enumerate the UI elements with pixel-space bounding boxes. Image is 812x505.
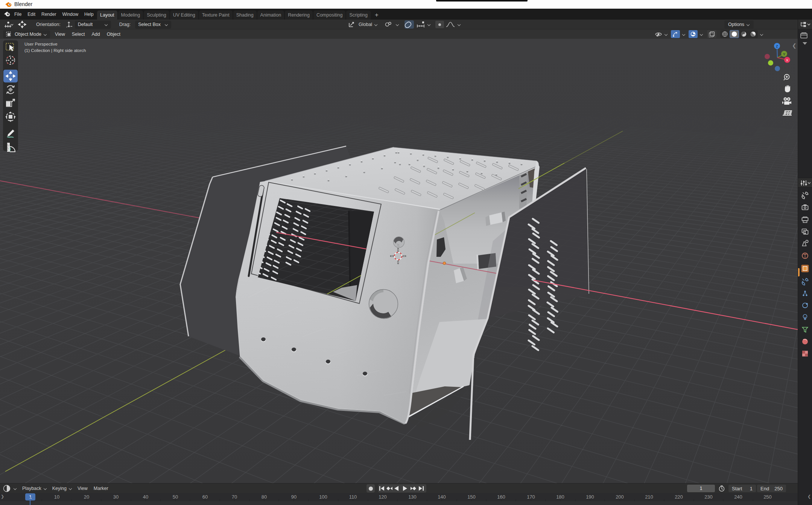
svg-text:20: 20 [84,494,89,500]
svg-text:10: 10 [54,494,59,500]
svg-text:250: 250 [763,494,772,500]
svg-text:140: 140 [438,494,446,500]
svg-text:80: 80 [262,494,267,500]
svg-text:130: 130 [408,494,417,500]
svg-text:X: X [786,58,789,62]
svg-text:210: 210 [645,494,653,500]
svg-text:Y: Y [783,52,786,56]
svg-text:30: 30 [113,494,119,500]
svg-text:90: 90 [291,494,297,500]
svg-text:50: 50 [173,494,178,500]
svg-text:110: 110 [349,494,357,500]
svg-text:160: 160 [497,494,505,500]
svg-text:Z: Z [776,44,778,48]
svg-text:100: 100 [319,494,327,500]
svg-text:40: 40 [143,494,148,500]
svg-text:220: 220 [675,494,683,500]
svg-text:120: 120 [379,494,387,500]
svg-text:240: 240 [734,494,742,500]
svg-text:180: 180 [556,494,564,500]
svg-text:190: 190 [586,494,594,500]
svg-text:170: 170 [527,494,535,500]
svg-text:70: 70 [232,494,237,500]
svg-text:150: 150 [467,494,476,500]
svg-text:230: 230 [704,494,713,500]
svg-text:60: 60 [202,494,208,500]
svg-text:200: 200 [616,494,624,500]
